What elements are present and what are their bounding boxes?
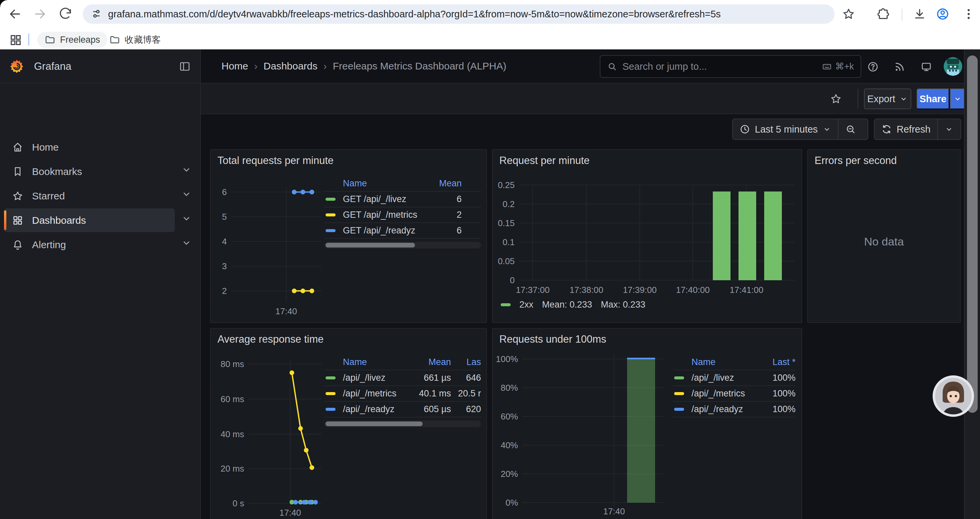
panel-title[interactable]: Average response time — [218, 333, 323, 345]
forward-icon[interactable] — [33, 7, 47, 21]
sidebar-item-dashboards[interactable]: Dashboards — [4, 208, 175, 232]
svg-text:20%: 20% — [501, 469, 518, 479]
sidebar-item-bookmarks[interactable]: Bookmarks — [4, 160, 175, 184]
help-icon[interactable] — [867, 61, 879, 73]
series-max: Max: 0.233 — [601, 300, 646, 310]
apps-grid-icon[interactable] — [9, 34, 22, 47]
scrollbar-thumb[interactable] — [326, 243, 415, 248]
series-name[interactable]: /api/_/metrics — [343, 388, 413, 399]
refresh-controls: Refresh — [874, 118, 961, 140]
sidebar-item-label: Bookmarks — [32, 166, 82, 177]
chevron-down-icon[interactable] — [181, 213, 192, 224]
share-button[interactable]: Share — [916, 88, 949, 109]
series-mean: 2 — [423, 210, 461, 220]
breadcrumb: Home › Dashboards › Freeleaps Metrics Da… — [221, 50, 506, 83]
series-name[interactable]: /api/_/readyz — [692, 404, 757, 414]
zoom-out-button[interactable] — [838, 119, 862, 139]
refresh-button[interactable]: Refresh — [875, 119, 937, 139]
series-name[interactable]: GET /api/_/livez — [343, 194, 423, 204]
legend-header-last[interactable]: Las — [451, 357, 481, 367]
user-avatar[interactable] — [943, 57, 963, 76]
series-color-pill[interactable] — [674, 392, 684, 395]
bookmark-star-icon[interactable] — [842, 7, 855, 21]
export-button[interactable]: Export — [864, 88, 911, 109]
extensions-icon[interactable] — [877, 7, 890, 21]
svg-text:3: 3 — [222, 261, 227, 271]
series-name[interactable]: 2xx — [519, 300, 533, 310]
series-name[interactable]: GET /api/_/metrics — [343, 210, 423, 220]
sidebar-item-starred[interactable]: Starred — [4, 184, 175, 208]
breadcrumb-home[interactable]: Home — [221, 61, 248, 72]
svg-text:80%: 80% — [501, 383, 518, 393]
sidebar-toggle-icon[interactable] — [179, 61, 191, 72]
url-bar[interactable]: grafana.mathmast.com/d/deytv4rwavabkb/fr… — [83, 4, 835, 24]
sidebar-item-home[interactable]: Home — [4, 135, 175, 159]
legend-header-mean[interactable]: Mean — [413, 357, 451, 367]
floating-avatar-widget[interactable] — [932, 375, 974, 417]
time-range-picker[interactable]: Last 5 minutes — [733, 119, 838, 139]
legend-header-name[interactable]: Name — [343, 178, 423, 189]
series-color-pill[interactable] — [501, 303, 511, 306]
series-name[interactable]: /api/_/livez — [692, 373, 757, 383]
series-color-pill[interactable] — [326, 408, 336, 411]
series-name[interactable]: /api/_/livez — [343, 373, 413, 383]
legend-scrollbar[interactable] — [324, 242, 481, 249]
monitor-icon[interactable] — [920, 61, 932, 73]
main-area: Home › Dashboards › Freeleaps Metrics Da… — [201, 50, 980, 519]
dashboards-grid-icon — [12, 215, 23, 226]
panel-title[interactable]: Requests under 100ms — [500, 333, 606, 345]
page-scrollbar[interactable] — [964, 50, 980, 519]
legend-header-name[interactable]: Name — [692, 357, 757, 367]
series-name[interactable]: GET /api/_/readyz — [343, 225, 423, 236]
tune-icon[interactable] — [91, 8, 102, 20]
chevron-down-icon[interactable] — [181, 237, 192, 249]
bookmark-folder-blogs[interactable]: 收藏博客 — [102, 32, 168, 48]
svg-text:0.1: 0.1 — [503, 237, 515, 247]
svg-text:40 ms: 40 ms — [221, 429, 244, 439]
legend-scrollbar[interactable] — [324, 420, 481, 427]
legend-header-name[interactable]: Name — [343, 357, 413, 367]
series-color-pill[interactable] — [326, 392, 336, 395]
panel-average-response-time: Average response time 80 ms60 ms40 ms20 … — [210, 328, 487, 519]
back-icon[interactable] — [8, 7, 22, 21]
profile-icon[interactable] — [936, 7, 949, 21]
search-input[interactable]: Search or jump to... ⌘+k — [600, 55, 861, 78]
legend-header-mean[interactable]: Mean — [423, 178, 461, 189]
svg-text:17:40: 17:40 — [279, 508, 301, 517]
refresh-interval-dropdown[interactable] — [938, 119, 960, 139]
favorite-star-icon[interactable] — [830, 93, 842, 105]
breadcrumb-dashboards[interactable]: Dashboards — [264, 61, 318, 72]
news-rss-icon[interactable] — [894, 61, 905, 73]
grafana-logo[interactable] — [10, 59, 24, 74]
series-color-pill[interactable] — [674, 408, 684, 411]
sidebar-item-alerting[interactable]: Alerting — [4, 233, 175, 257]
panel-title[interactable]: Request per minute — [500, 155, 590, 167]
series-color-pill[interactable] — [326, 198, 336, 201]
chevron-down-icon[interactable] — [181, 188, 192, 200]
series-color-pill[interactable] — [326, 229, 336, 232]
share-dropdown-button[interactable] — [950, 88, 965, 109]
panel-requests-under-100ms: Requests under 100ms 100%80%60%40%20%0%1… — [492, 328, 802, 519]
refresh-label: Refresh — [897, 124, 931, 135]
series-color-pill[interactable] — [326, 213, 336, 216]
series-name[interactable]: /api/_/readyz — [343, 404, 413, 414]
bookmark-folder-freeleaps[interactable]: Freeleaps — [37, 32, 107, 48]
series-color-pill[interactable] — [326, 376, 336, 379]
zoom-out-icon — [845, 124, 856, 134]
legend-header-last[interactable]: Last * — [757, 357, 795, 367]
legend-row: GET /api/_/readyz 6 — [324, 223, 481, 239]
search-placeholder: Search or jump to... — [622, 61, 816, 72]
series-name[interactable]: /api/_/metrics — [692, 388, 757, 399]
svg-text:5: 5 — [222, 212, 227, 222]
series-color-pill[interactable] — [674, 376, 684, 379]
chart-request-per-minute[interactable]: 0.250.20.150.10.05017:37:0017:38:0017:39… — [493, 150, 802, 322]
panel-title[interactable]: Errors per second — [815, 155, 897, 167]
reload-icon[interactable] — [59, 7, 72, 21]
download-icon[interactable] — [913, 7, 926, 21]
panel-title[interactable]: Total requests per minute — [218, 155, 334, 167]
breadcrumb-separator: › — [323, 61, 327, 72]
scrollbar-thumb[interactable] — [967, 56, 978, 413]
scrollbar-thumb[interactable] — [326, 422, 423, 426]
menu-dots-icon[interactable] — [962, 7, 975, 21]
chevron-down-icon[interactable] — [181, 164, 192, 175]
